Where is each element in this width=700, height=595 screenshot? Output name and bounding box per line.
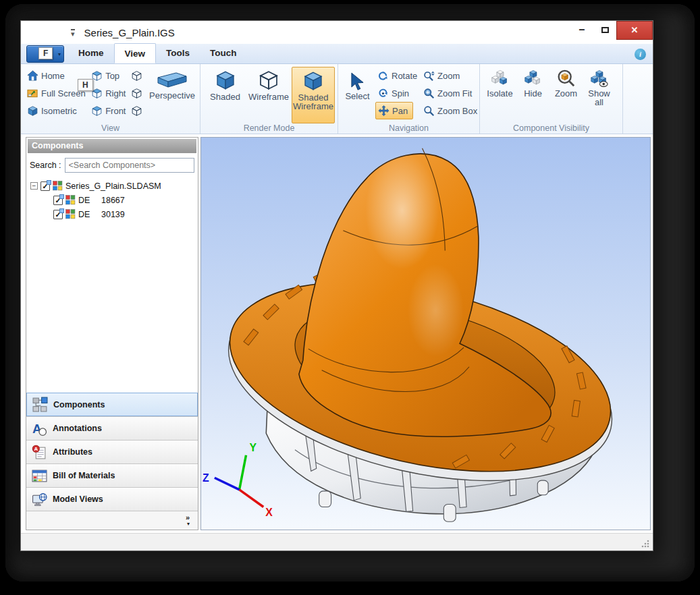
shaded-button[interactable]: Shaded <box>205 67 246 123</box>
search-label: Search : <box>30 161 61 170</box>
ribbon-group-view: Home Full Screen Isometric Top <box>21 64 200 134</box>
select-cursor-icon <box>348 72 367 90</box>
tab-home[interactable]: Home <box>68 43 114 63</box>
titlebar: ▾ Series_G_Plain.IGS – ✕ <box>21 21 653 44</box>
bottom-view-button[interactable] <box>129 67 146 84</box>
status-bar <box>21 533 653 550</box>
back-view-button[interactable] <box>129 102 146 119</box>
spin-icon <box>377 88 389 99</box>
ribbon: Home Full Screen Isometric Top <box>21 64 653 134</box>
model-views-icon <box>32 492 47 507</box>
right-view-icon <box>91 88 103 99</box>
components-tree: − ✓ Series_G_Plain.SLDASM ✓ DE 18667 ✓ D… <box>26 176 198 393</box>
window-title: Series_G_Plain.IGS <box>84 27 175 38</box>
component-visibility-group-label: Component Visibility <box>480 123 622 133</box>
front-view-button[interactable]: Front <box>89 102 128 119</box>
zoom-fit-icon <box>423 88 435 99</box>
view-group-label: View <box>21 123 200 133</box>
zoom-fit-button[interactable]: Zoom Fit <box>421 84 477 102</box>
bottom-view-icon <box>131 70 142 82</box>
sidebar-item-bill-of-materials[interactable]: Bill of Materials <box>26 463 198 487</box>
part-name: DE <box>78 210 99 219</box>
right-view-button[interactable]: Right <box>89 84 128 102</box>
sidebar-item-components[interactable]: Components <box>26 393 198 416</box>
viewport-canvas[interactable]: Y Z X <box>200 137 651 530</box>
left-view-icon <box>131 88 142 99</box>
components-icon <box>32 397 48 412</box>
tree-child-row[interactable]: ✓ DE 18667 <box>30 193 196 207</box>
rotate-button[interactable]: Rotate <box>375 67 419 84</box>
part-number: 18667 <box>101 196 125 205</box>
axis-x-label: X <box>265 507 273 518</box>
attributes-icon <box>32 445 47 460</box>
isolate-button[interactable]: Isolate <box>484 67 516 123</box>
tab-view[interactable]: View <box>114 43 157 63</box>
root-checkbox[interactable]: ✓ <box>41 181 50 191</box>
perspective-button[interactable]: Perspective <box>147 67 197 119</box>
component-zoom-icon <box>557 69 575 88</box>
chevron-double-icon: » <box>186 514 190 521</box>
top-view-button[interactable]: Top <box>89 67 128 84</box>
isometric-cube-icon <box>27 105 38 117</box>
tree-root-label: Series_G_Plain.SLDASM <box>65 181 161 191</box>
pan-icon <box>378 105 389 117</box>
home-keytip: H <box>78 79 93 91</box>
wireframe-cube-icon <box>258 69 279 91</box>
tab-tools[interactable]: Tools <box>156 43 200 63</box>
zoom-box-button[interactable]: Zoom Box <box>421 102 477 119</box>
hide-cubes-icon <box>524 69 542 88</box>
select-button[interactable]: Select <box>342 67 373 123</box>
axis-y-label: Y <box>249 442 257 453</box>
hide-button[interactable]: Hide <box>517 67 549 123</box>
spin-button[interactable]: Spin <box>375 84 419 102</box>
top-view-icon <box>91 70 103 82</box>
app-window: ▾ Series_G_Plain.IGS – ✕ ▾ F H Home View… <box>20 20 653 551</box>
render-mode-group-label: Render Mode <box>200 123 338 133</box>
back-view-icon <box>131 105 142 117</box>
rotate-icon <box>377 70 389 82</box>
sidebar-item-attributes[interactable]: Attributes <box>26 440 198 463</box>
part-name: DE <box>78 196 99 205</box>
navigation-group-label: Navigation <box>338 123 479 133</box>
title-menu-icon[interactable]: ▾ <box>71 29 75 36</box>
full-screen-icon <box>27 88 38 99</box>
zoom-button[interactable]: Zoom <box>421 67 477 84</box>
child-checkbox[interactable]: ✓ <box>53 210 63 219</box>
maximize-icon <box>601 27 609 33</box>
wireframe-button[interactable]: Wireframe <box>247 67 290 123</box>
zoom-box-icon <box>423 105 435 117</box>
collapse-icon[interactable]: − <box>30 182 38 190</box>
pan-button[interactable]: Pan <box>375 102 413 119</box>
home-icon <box>27 70 38 82</box>
sidebar-nav: Components Annotations Attributes Bill o… <box>26 393 198 530</box>
shaded-wireframe-button[interactable]: Shaded Wireframe <box>292 67 335 123</box>
show-all-button[interactable]: Show all <box>583 67 615 123</box>
maximize-button[interactable] <box>593 21 616 38</box>
shaded-cube-icon <box>215 69 236 91</box>
axis-z-label: Z <box>203 472 209 484</box>
isometric-button[interactable]: Isometric <box>25 102 88 119</box>
part-number: 30139 <box>101 210 125 219</box>
sidebar-item-annotations[interactable]: Annotations <box>26 416 198 440</box>
sidebar-item-model-views[interactable]: Model Views <box>26 487 198 511</box>
chevron-down-icon: ▾ <box>187 521 190 528</box>
component-zoom-button[interactable]: Zoom <box>550 67 582 123</box>
child-checkbox[interactable]: ✓ <box>53 196 63 205</box>
close-button[interactable]: ✕ <box>616 21 653 40</box>
tab-touch[interactable]: Touch <box>200 43 247 63</box>
left-view-button[interactable] <box>129 84 146 102</box>
isolate-cubes-icon <box>491 69 509 88</box>
bill-of-materials-icon <box>32 468 47 484</box>
tree-root-row[interactable]: − ✓ Series_G_Plain.SLDASM <box>30 179 196 193</box>
ribbon-group-component-visibility: Isolate Hide Zoom Show all Component Vis… <box>480 64 623 134</box>
minimize-button[interactable]: – <box>570 21 593 38</box>
info-button[interactable]: i <box>635 49 646 60</box>
perspective-icon <box>156 71 188 88</box>
file-keytip: F <box>38 47 53 59</box>
search-components-input[interactable] <box>65 158 194 173</box>
sidebar-overflow-button[interactable]: » ▾ <box>26 511 198 530</box>
shaded-wireframe-cube-icon <box>302 70 324 92</box>
tree-child-row[interactable]: ✓ DE 30139 <box>30 207 196 221</box>
resize-grip[interactable] <box>641 539 650 548</box>
annotations-icon <box>32 421 47 436</box>
